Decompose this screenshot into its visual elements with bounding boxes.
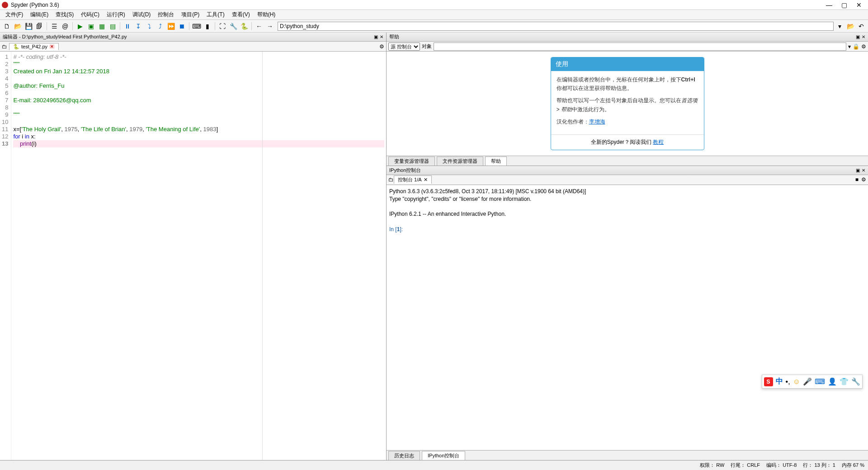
close-pane-icon[interactable]: ✕ (380, 34, 383, 39)
menu-code[interactable]: 代码(C) (77, 11, 103, 19)
separator (189, 22, 189, 30)
menu-search[interactable]: 查找(S) (52, 11, 77, 19)
code-editor[interactable]: 12345678910111213 # -*- coding: utf-8 -*… (0, 52, 386, 460)
code-area[interactable]: # -*- coding: utf-8 -*-"""Created on Fri… (11, 52, 386, 460)
ime-toolbar[interactable]: S 中 •, ☺ 🎤 ⌨ 👤 👕 🔧 (762, 375, 863, 389)
expand-icon[interactable]: ⛶ (217, 21, 227, 31)
help-options-icon[interactable]: ⚙ (861, 43, 866, 50)
parent-dir-icon[interactable]: ↶ (856, 21, 866, 31)
save-all-icon[interactable]: 🗐 (34, 21, 44, 31)
browse-tabs-icon[interactable]: 🗀 (2, 43, 7, 50)
ime-mic-icon[interactable]: 🎤 (803, 377, 812, 386)
open-file-icon[interactable]: 📂 (13, 21, 23, 31)
menu-help[interactable]: 帮助(H) (254, 11, 279, 19)
tab-var-explorer[interactable]: 变量资源管理器 (388, 157, 435, 166)
console-tab[interactable]: 控制台 1/A ✕ (394, 176, 432, 184)
menu-edit[interactable]: 编辑(E) (27, 11, 52, 19)
close-tab-icon[interactable]: ✕ (49, 44, 55, 49)
console-prompt[interactable]: In [1]: (389, 226, 865, 233)
tab-help[interactable]: 帮助 (485, 157, 507, 166)
ime-user-icon[interactable]: 👤 (828, 377, 837, 386)
back-icon[interactable]: ← (254, 21, 264, 31)
step-icon[interactable]: ↧ (133, 21, 143, 31)
dropdown-icon[interactable]: ▾ (835, 21, 844, 31)
ime-keyboard-icon[interactable]: ⌨ (815, 377, 825, 386)
help-card-footer: 全新的Spyder？阅读我们 教程 (551, 134, 704, 150)
editor-header: 编辑器 - D:\python_study\Head First Python\… (0, 33, 386, 42)
ime-skin-icon[interactable]: 👕 (840, 377, 849, 386)
stop-console-icon[interactable]: ■ (855, 176, 859, 183)
at-icon[interactable]: @ (60, 21, 70, 31)
help-toolbar: 源 控制台 对象 ▾ 🔒 ⚙ (387, 42, 868, 52)
undock-icon[interactable]: ▣ (856, 168, 860, 173)
undock-icon[interactable]: ▣ (856, 34, 860, 39)
menu-debug[interactable]: 调试(D) (129, 11, 155, 19)
editor-tab[interactable]: 🐍 test_P42.py ✕ (9, 43, 59, 50)
stop-debug-icon[interactable]: ⏹ (177, 21, 187, 31)
tutorial-link[interactable]: 教程 (653, 139, 664, 145)
run-selection-icon[interactable]: ▤ (108, 21, 118, 31)
keyboard-icon[interactable]: ⌨ (192, 21, 202, 31)
minimize-button[interactable]: — (826, 1, 832, 9)
console-line: IPython 6.2.1 -- An enhanced Interactive… (389, 210, 865, 218)
continue-icon[interactable]: ⏩ (166, 21, 176, 31)
run-cell-advance-icon[interactable]: ▦ (97, 21, 107, 31)
menu-file[interactable]: 文件(F) (2, 11, 27, 19)
new-file-icon[interactable]: 🗋 (2, 21, 12, 31)
run-cell-icon[interactable]: ▣ (86, 21, 96, 31)
help-pane: 帮助 ▣ ✕ 源 控制台 对象 ▾ 🔒 ⚙ 使用 (387, 33, 868, 166)
console-output[interactable]: Python 3.6.3 (v3.6.3:2c5fed8, Oct 3 2017… (387, 185, 868, 450)
maximize-button[interactable]: ▢ (841, 1, 847, 9)
step-into-icon[interactable]: ⤵ (144, 21, 154, 31)
help-source-select[interactable]: 源 控制台 (388, 43, 420, 51)
close-pane-icon[interactable]: ✕ (862, 34, 865, 39)
window-controls: — ▢ ✕ (826, 1, 866, 9)
close-tab-icon[interactable]: ✕ (424, 177, 428, 183)
menu-tools[interactable]: 工具(T) (203, 11, 228, 19)
ime-lang-icon[interactable]: 中 (776, 377, 783, 386)
dropdown-icon[interactable]: ▾ (848, 43, 851, 50)
step-out-icon[interactable]: ⤴ (155, 21, 165, 31)
browse-dir-icon[interactable]: 📂 (845, 21, 855, 31)
tab-ipython[interactable]: IPython控制台 (422, 451, 465, 460)
undock-icon[interactable]: ▣ (374, 34, 378, 39)
help-header-text: 帮助 (389, 33, 399, 40)
menu-run[interactable]: 运行(R) (103, 11, 129, 19)
separator (251, 22, 252, 30)
tab-history[interactable]: 历史日志 (388, 451, 420, 460)
menu-view[interactable]: 查看(V) (228, 11, 254, 19)
python-path-icon[interactable]: 🐍 (239, 21, 249, 31)
ime-punct-icon[interactable]: •, (786, 378, 790, 386)
status-encoding: 编码： UTF-8 (766, 462, 797, 469)
console-options-icon[interactable]: ⚙ (861, 176, 866, 183)
close-pane-icon[interactable]: ✕ (862, 168, 865, 173)
object-input[interactable] (434, 43, 846, 51)
tab-file-explorer[interactable]: 文件资源管理器 (437, 157, 483, 166)
run-icon[interactable]: ▶ (75, 21, 85, 31)
forward-icon[interactable]: → (265, 21, 275, 31)
separator (47, 22, 47, 30)
status-memory: 内存 67 % (842, 462, 864, 469)
help-card: 使用 在编辑器或者控制台中，光标在任何对象上时，按下Ctrl+I你都可以在这里获… (551, 57, 704, 150)
ime-tools-icon[interactable]: 🔧 (851, 377, 860, 386)
browse-tabs-icon[interactable]: 🗀 (388, 176, 394, 183)
help-text: 在编辑器或者控制台中，光标在任何对象上时，按下Ctrl+I你都可以在这里获得帮助… (557, 76, 698, 93)
debug-icon[interactable]: ⏸ (123, 21, 132, 31)
console-line (389, 203, 865, 211)
list-icon[interactable]: ☰ (49, 21, 59, 31)
credit-link[interactable]: 李增海 (589, 119, 605, 125)
ime-logo-icon[interactable]: S (764, 377, 773, 386)
ime-emoji-icon[interactable]: ☺ (793, 378, 800, 386)
menu-project[interactable]: 项目(P) (178, 11, 203, 19)
tab-options-icon[interactable]: ⚙ (379, 43, 384, 50)
console-tab-name: 控制台 1/A (398, 176, 422, 183)
menu-console[interactable]: 控制台 (154, 11, 178, 19)
lock-icon[interactable]: 🔒 (853, 43, 859, 50)
terminal-icon[interactable]: ▮ (203, 21, 212, 31)
save-icon[interactable]: 💾 (24, 21, 33, 31)
working-dir-input[interactable] (278, 22, 834, 31)
settings-icon[interactable]: 🔧 (228, 21, 238, 31)
editor-header-text: 编辑器 - D:\python_study\Head First Python\… (3, 33, 127, 40)
close-button[interactable]: ✕ (856, 1, 862, 9)
spyder-icon (2, 2, 8, 8)
